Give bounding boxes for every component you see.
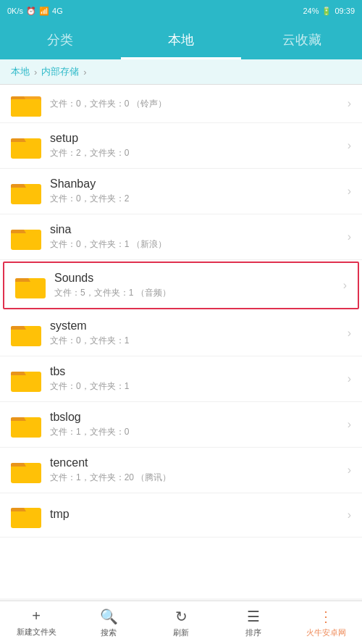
signal-icon: 4G xyxy=(52,7,63,15)
breadcrumb-internal[interactable]: 内部存储 xyxy=(41,65,79,78)
chevron-icon: › xyxy=(348,418,351,431)
folder-icon-tmp xyxy=(11,502,41,528)
nav-label-new-folder: 新建文件夹 xyxy=(17,627,56,637)
list-item-sounds[interactable]: Sounds 文件：5，文件夹：1 （音频） › xyxy=(3,262,359,309)
folder-icon-tbslog xyxy=(11,411,41,438)
file-meta-shanbay: 文件：0，文件夹：2 xyxy=(50,193,342,205)
file-name-setup: setup xyxy=(50,132,342,145)
file-info-shanbay: Shanbay 文件：0，文件夹：2 xyxy=(50,177,342,205)
list-item-tbslog[interactable]: tbslog 文件：1，文件夹：0 › xyxy=(0,402,362,448)
sort-icon: ☰ xyxy=(247,608,260,625)
file-meta-system: 文件：0，文件夹：1 xyxy=(50,335,342,347)
battery-icon: 🔋 xyxy=(321,7,332,16)
breadcrumb-sep-2: › xyxy=(83,67,86,78)
file-name-sina: sina xyxy=(50,223,342,236)
breadcrumb-local[interactable]: 本地 xyxy=(11,65,30,78)
status-right: 24% 🔋 09:39 xyxy=(303,7,355,16)
list-item-sina[interactable]: sina 文件：0，文件夹：1 （新浪） › xyxy=(0,214,362,260)
file-meta-setup: 文件：2，文件夹：0 xyxy=(50,147,342,159)
file-info-tmp: tmp xyxy=(50,508,342,523)
clock-icon: ⏰ xyxy=(26,7,36,16)
file-name-shanbay: Shanbay xyxy=(50,177,342,191)
nav-more[interactable]: ⋮ 火牛安卓网 xyxy=(290,601,362,644)
file-name-sounds: Sounds xyxy=(54,272,337,285)
file-info: 文件：0，文件夹：0 （铃声） xyxy=(50,98,342,110)
list-item-setup[interactable]: setup 文件：2，文件夹：0 › xyxy=(0,123,362,169)
chevron-icon: › xyxy=(348,327,351,340)
file-name-tmp: tmp xyxy=(50,508,342,521)
file-info-system: system 文件：0，文件夹：1 xyxy=(50,319,342,347)
bottom-nav: + 新建文件夹 🔍 搜索 ↻ 刷新 ☰ 排序 ⋮ 火牛安卓网 xyxy=(0,601,362,644)
folder-icon-tbs xyxy=(11,366,41,392)
file-meta-sounds: 文件：5，文件夹：1 （音频） xyxy=(54,287,337,299)
file-info-setup: setup 文件：2，文件夹：0 xyxy=(50,132,342,159)
list-item-shanbay[interactable]: Shanbay 文件：0，文件夹：2 › xyxy=(0,169,362,214)
speed-indicator: 0K/s xyxy=(7,7,23,15)
chevron-icon: › xyxy=(348,464,351,477)
file-list: 文件：0，文件夹：0 （铃声） › setup 文件：2，文件夹：0 › Sha… xyxy=(0,85,362,598)
folder-icon-sounds xyxy=(15,272,46,298)
tab-local[interactable]: 本地 xyxy=(121,22,242,59)
chevron-icon: › xyxy=(348,372,351,385)
file-meta-tbslog: 文件：1，文件夹：0 xyxy=(50,426,342,438)
chevron-icon: › xyxy=(348,230,351,243)
status-left: 0K/s ⏰ 📶 4G xyxy=(7,7,63,16)
battery-level: 24% xyxy=(303,7,319,15)
file-info-tencent: tencent 文件：1，文件夹：20 （腾讯） xyxy=(50,456,342,484)
file-name-tencent: tencent xyxy=(50,456,342,469)
file-meta-tbs: 文件：0，文件夹：1 xyxy=(50,380,342,393)
breadcrumb-sep-1: › xyxy=(34,67,37,78)
list-item-partial-top[interactable]: 文件：0，文件夹：0 （铃声） › xyxy=(0,85,362,123)
chevron-icon: › xyxy=(348,97,351,110)
folder-icon-shanbay xyxy=(11,178,41,204)
folder-icon-setup xyxy=(11,133,41,159)
chevron-icon: › xyxy=(348,509,351,522)
nav-sort[interactable]: ☰ 排序 xyxy=(217,601,290,644)
tab-classify[interactable]: 分类 xyxy=(0,22,121,59)
chevron-icon: › xyxy=(348,139,351,152)
tab-bar: 分类 本地 云收藏 xyxy=(0,22,362,59)
nav-label-sort: 排序 xyxy=(245,627,261,638)
list-item-tencent[interactable]: tencent 文件：1，文件夹：20 （腾讯） › xyxy=(0,448,362,493)
file-info-sina: sina 文件：0，文件夹：1 （新浪） xyxy=(50,223,342,251)
list-item-system[interactable]: system 文件：0，文件夹：1 › xyxy=(0,311,362,356)
nav-label-refresh: 刷新 xyxy=(173,627,189,638)
search-icon: 🔍 xyxy=(100,608,118,625)
plus-icon: + xyxy=(32,608,41,624)
nav-search[interactable]: 🔍 搜索 xyxy=(72,601,145,644)
chevron-icon: › xyxy=(343,279,347,292)
file-info-tbs: tbs 文件：0，文件夹：1 xyxy=(50,365,342,393)
tab-cloud[interactable]: 云收藏 xyxy=(241,22,362,59)
more-icon: ⋮ xyxy=(319,608,333,625)
time-display: 09:39 xyxy=(334,7,355,15)
file-meta-sina: 文件：0，文件夹：1 （新浪） xyxy=(50,238,342,251)
folder-icon-system xyxy=(11,320,41,346)
list-item-tmp[interactable]: tmp › xyxy=(0,493,362,538)
status-bar: 0K/s ⏰ 📶 4G 24% 🔋 09:39 xyxy=(0,0,362,22)
svg-rect-2 xyxy=(11,99,41,117)
folder-icon-sina xyxy=(11,224,41,250)
wifi-icon: 📶 xyxy=(39,7,49,16)
list-item-tbs[interactable]: tbs 文件：0，文件夹：1 › xyxy=(0,356,362,402)
file-meta-tencent: 文件：1，文件夹：20 （腾讯） xyxy=(50,472,342,484)
chevron-icon: › xyxy=(348,185,351,198)
file-name-tbs: tbs xyxy=(50,365,342,378)
breadcrumb: 本地 › 内部存储 › xyxy=(0,59,362,85)
nav-new-folder[interactable]: + 新建文件夹 xyxy=(0,601,72,644)
folder-icon xyxy=(11,91,41,117)
refresh-icon: ↻ xyxy=(175,608,188,625)
file-name-tbslog: tbslog xyxy=(50,411,342,424)
file-meta: 文件：0，文件夹：0 （铃声） xyxy=(50,98,342,110)
nav-label-more: 火牛安卓网 xyxy=(306,627,346,638)
file-name-system: system xyxy=(50,319,342,333)
file-info-tbslog: tbslog 文件：1，文件夹：0 xyxy=(50,411,342,438)
folder-icon-tencent xyxy=(11,457,41,483)
nav-label-search: 搜索 xyxy=(101,627,117,638)
nav-refresh[interactable]: ↻ 刷新 xyxy=(145,601,217,644)
file-info-sounds: Sounds 文件：5，文件夹：1 （音频） xyxy=(54,272,337,299)
